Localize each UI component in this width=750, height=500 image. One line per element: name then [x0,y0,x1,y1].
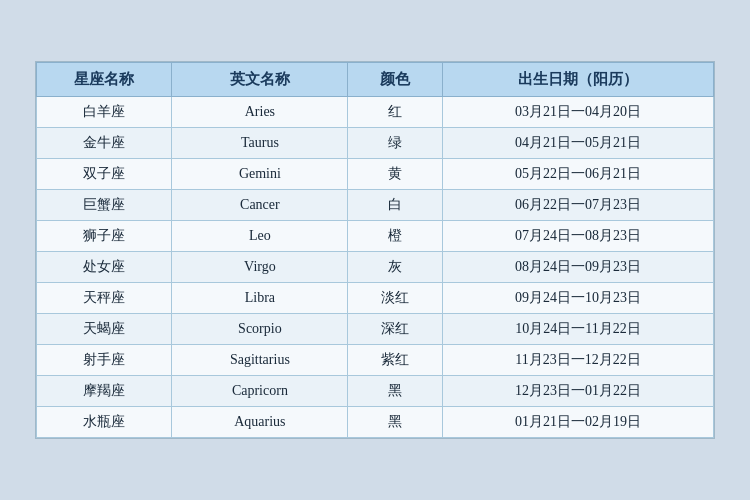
cell-english: Scorpio [172,314,348,345]
cell-chinese: 巨蟹座 [37,190,172,221]
cell-color: 黑 [348,407,443,438]
table-row: 巨蟹座Cancer白06月22日一07月23日 [37,190,714,221]
cell-color: 白 [348,190,443,221]
cell-english: Gemini [172,159,348,190]
table-row: 水瓶座Aquarius黑01月21日一02月19日 [37,407,714,438]
cell-date: 08月24日一09月23日 [443,252,714,283]
cell-color: 橙 [348,221,443,252]
cell-color: 紫红 [348,345,443,376]
cell-chinese: 白羊座 [37,97,172,128]
cell-chinese: 射手座 [37,345,172,376]
table-header-row: 星座名称 英文名称 颜色 出生日期（阳历） [37,63,714,97]
cell-date: 11月23日一12月22日 [443,345,714,376]
cell-chinese: 摩羯座 [37,376,172,407]
cell-chinese: 处女座 [37,252,172,283]
cell-english: Libra [172,283,348,314]
zodiac-table-container: 星座名称 英文名称 颜色 出生日期（阳历） 白羊座Aries红03月21日一04… [35,61,715,439]
cell-english: Aquarius [172,407,348,438]
cell-english: Sagittarius [172,345,348,376]
table-row: 狮子座Leo橙07月24日一08月23日 [37,221,714,252]
cell-chinese: 天蝎座 [37,314,172,345]
cell-date: 07月24日一08月23日 [443,221,714,252]
zodiac-table: 星座名称 英文名称 颜色 出生日期（阳历） 白羊座Aries红03月21日一04… [36,62,714,438]
table-body: 白羊座Aries红03月21日一04月20日金牛座Taurus绿04月21日一0… [37,97,714,438]
cell-date: 12月23日一01月22日 [443,376,714,407]
cell-english: Capricorn [172,376,348,407]
table-row: 白羊座Aries红03月21日一04月20日 [37,97,714,128]
table-row: 天秤座Libra淡红09月24日一10月23日 [37,283,714,314]
cell-date: 09月24日一10月23日 [443,283,714,314]
cell-color: 灰 [348,252,443,283]
cell-color: 淡红 [348,283,443,314]
header-english: 英文名称 [172,63,348,97]
table-row: 摩羯座Capricorn黑12月23日一01月22日 [37,376,714,407]
table-row: 金牛座Taurus绿04月21日一05月21日 [37,128,714,159]
table-row: 天蝎座Scorpio深红10月24日一11月22日 [37,314,714,345]
cell-color: 红 [348,97,443,128]
cell-date: 10月24日一11月22日 [443,314,714,345]
table-row: 射手座Sagittarius紫红11月23日一12月22日 [37,345,714,376]
header-chinese: 星座名称 [37,63,172,97]
cell-chinese: 金牛座 [37,128,172,159]
cell-chinese: 水瓶座 [37,407,172,438]
cell-english: Virgo [172,252,348,283]
cell-date: 01月21日一02月19日 [443,407,714,438]
header-color: 颜色 [348,63,443,97]
cell-chinese: 双子座 [37,159,172,190]
cell-date: 04月21日一05月21日 [443,128,714,159]
table-row: 双子座Gemini黄05月22日一06月21日 [37,159,714,190]
cell-color: 黑 [348,376,443,407]
cell-english: Taurus [172,128,348,159]
cell-date: 06月22日一07月23日 [443,190,714,221]
cell-english: Aries [172,97,348,128]
cell-color: 黄 [348,159,443,190]
cell-color: 深红 [348,314,443,345]
cell-english: Cancer [172,190,348,221]
cell-color: 绿 [348,128,443,159]
cell-date: 03月21日一04月20日 [443,97,714,128]
cell-chinese: 天秤座 [37,283,172,314]
cell-english: Leo [172,221,348,252]
header-date: 出生日期（阳历） [443,63,714,97]
cell-chinese: 狮子座 [37,221,172,252]
cell-date: 05月22日一06月21日 [443,159,714,190]
table-row: 处女座Virgo灰08月24日一09月23日 [37,252,714,283]
